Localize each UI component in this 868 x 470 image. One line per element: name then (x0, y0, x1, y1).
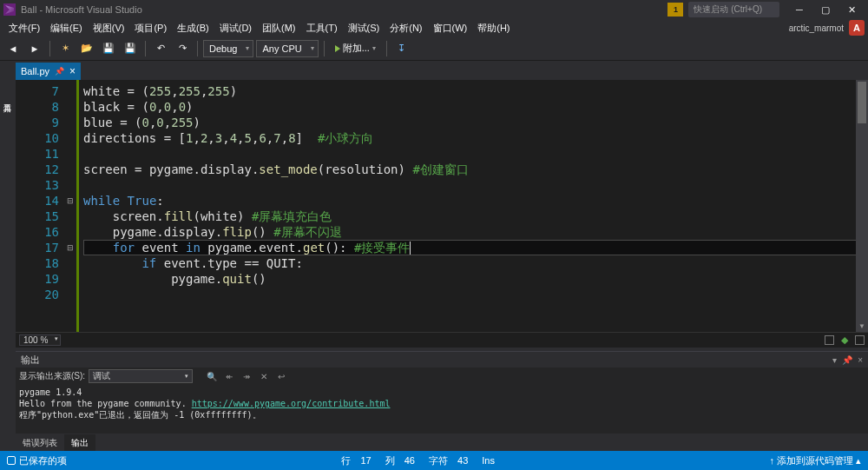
status-col: 列 46 (378, 451, 422, 470)
save-button[interactable]: 💾 (99, 39, 118, 58)
menu-item[interactable]: 项目(P) (129, 20, 172, 36)
bottom-tab[interactable]: 错误列表 (16, 434, 64, 451)
window-close-button[interactable]: ✕ (838, 1, 865, 18)
rail-tab[interactable]: 工具箱 (0, 92, 16, 104)
menu-item[interactable]: 团队(M) (257, 20, 301, 36)
output-panel: 输出 ▾ 📌 × 显示输出来源(S): 调试 🔍 ↞ ↠ ✕ ↩ pygame … (16, 351, 868, 434)
code-editor[interactable]: 7891011121314151617181920 ⊟⊟ white = (25… (16, 80, 868, 332)
save-status-icon (7, 456, 16, 465)
status-saved[interactable]: 已保存的项 (0, 451, 74, 470)
quick-launch-input[interactable]: 快速启动 (Ctrl+Q) (688, 2, 779, 17)
menu-item[interactable]: 调试(D) (214, 20, 257, 36)
menu-item[interactable]: 帮助(H) (472, 20, 515, 36)
code-area[interactable]: white = (255,255,255)black = (0,0,0)blue… (80, 80, 868, 332)
split-view-icon[interactable] (825, 335, 834, 345)
line-number-gutter: 7891011121314151617181920 (16, 80, 64, 332)
avatar[interactable]: A (849, 20, 865, 36)
menu-item[interactable]: 测试(S) (343, 20, 385, 36)
window-minimize-button[interactable]: ─ (786, 1, 812, 18)
menu-item[interactable]: 生成(B) (172, 20, 214, 36)
output-find-button[interactable]: 🔍 (205, 369, 219, 383)
output-link[interactable]: https://www.pygame.org/contribute.html (192, 399, 391, 408)
bottom-tab[interactable]: 输出 (64, 434, 95, 451)
title-bar: Ball - Microsoft Visual Studio 1 快速启动 (C… (0, 0, 868, 19)
output-title: 输出 (21, 354, 40, 367)
config-select[interactable]: Debug (203, 40, 253, 57)
new-project-button[interactable]: ✶ (56, 39, 75, 58)
menu-item[interactable]: 分析(N) (385, 20, 427, 36)
status-bar: 已保存的项 行 17 列 46 字符 43 Ins ↑ 添加到源代码管理 ▴ (0, 451, 868, 470)
status-ins: Ins (475, 451, 502, 470)
signed-in-user[interactable]: arctic_marmot (789, 23, 844, 33)
pin-icon[interactable]: 📌 (55, 67, 64, 76)
tab-close-button[interactable]: × (69, 65, 76, 77)
left-tool-rail: 服务器资源管理器工具箱 (0, 80, 16, 451)
vertical-scrollbar[interactable]: ▲ ▼ (856, 80, 868, 332)
undo-button[interactable]: ↶ (151, 39, 170, 58)
play-icon (335, 45, 340, 52)
output-pin-button[interactable]: 📌 (842, 355, 852, 365)
window-maximize-button[interactable]: ▢ (812, 1, 838, 18)
file-tab-active[interactable]: Ball.py 📌 × (16, 63, 81, 80)
change-indicator (76, 80, 79, 332)
output-next-button[interactable]: ↠ (240, 369, 253, 383)
zoom-select[interactable]: 100 % (19, 334, 61, 346)
annotation-icon[interactable] (855, 335, 865, 345)
output-wrap-button[interactable]: ↩ (274, 369, 288, 383)
output-close-button[interactable]: × (858, 355, 863, 365)
output-source-select[interactable]: 调试 (89, 369, 193, 383)
rail-tab[interactable]: 服务器资源管理器 (0, 80, 16, 92)
menu-item[interactable]: 工具(T) (301, 20, 343, 36)
status-char: 字符 43 (422, 451, 475, 470)
fold-margin[interactable]: ⊟⊟ (64, 80, 76, 332)
tab-label: Ball.py (21, 66, 49, 76)
open-button[interactable]: 📂 (77, 39, 96, 58)
nav-fwd-button[interactable]: ► (25, 39, 44, 58)
nav-back-button[interactable]: ◄ (3, 39, 23, 58)
menu-item[interactable]: 视图(V) (88, 20, 130, 36)
menu-item[interactable]: 文件(F) (3, 20, 45, 36)
status-line: 行 17 (334, 451, 378, 470)
output-source-label: 显示输出来源(S): (19, 370, 85, 382)
output-clear-button[interactable]: ✕ (257, 369, 271, 383)
editor-footer: 100 % ◆ (16, 332, 868, 348)
output-prev-button[interactable]: ↞ (222, 369, 236, 383)
bottom-tab-strip: 错误列表输出 (16, 434, 868, 451)
platform-select[interactable]: Any CPU (256, 40, 318, 57)
redo-button[interactable]: ↷ (173, 39, 192, 58)
output-autohide-button[interactable]: ▾ (832, 355, 837, 365)
save-all-button[interactable]: 💾 (121, 39, 140, 58)
menu-item[interactable]: 窗口(W) (428, 20, 473, 36)
notifications-button[interactable]: 1 (667, 3, 683, 17)
vs-logo-icon (3, 3, 16, 16)
menu-item[interactable]: 编辑(E) (45, 20, 88, 36)
window-title: Ball - Microsoft Visual Studio (21, 4, 142, 15)
output-text[interactable]: pygame 1.9.4Hello from the pygame commun… (16, 385, 868, 434)
scroll-thumb[interactable] (858, 82, 866, 123)
menu-bar: 文件(F)编辑(E)视图(V)项目(P)生成(B)调试(D)团队(M)工具(T)… (0, 19, 519, 36)
tab-well: Ball.py 📌 × (0, 61, 868, 80)
scroll-down-button[interactable]: ▼ (856, 320, 868, 332)
status-source-control[interactable]: ↑ 添加到源代码管理 ▴ (762, 451, 868, 470)
start-debug-button[interactable]: 附加... ▾ (330, 39, 381, 58)
step-button[interactable]: ↧ (392, 39, 411, 58)
main-toolbar: ◄ ► ✶ 📂 💾 💾 ↶ ↷ Debug Any CPU 附加... ▾ ↧ (0, 36, 868, 61)
